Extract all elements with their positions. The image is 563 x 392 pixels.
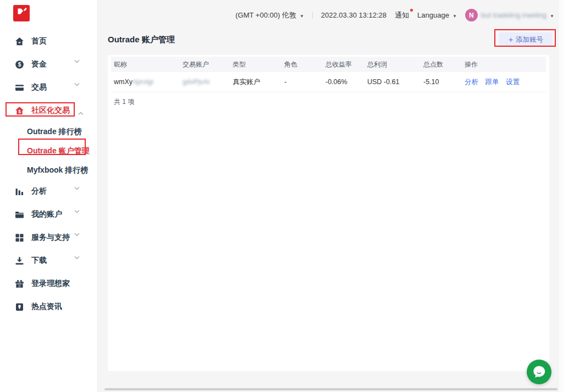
- funds-icon: $: [15, 60, 24, 69]
- notifications-button[interactable]: 通知: [395, 10, 409, 20]
- action-link-settings[interactable]: 设置: [506, 78, 520, 86]
- sidebar-item-funds[interactable]: $ 资金: [0, 53, 97, 76]
- sidebar-item-hot-news[interactable]: 热点资讯: [0, 295, 97, 318]
- cell-actions: 分析 跟单 设置: [465, 78, 546, 87]
- col-header-total-profit: 总利润: [367, 60, 423, 69]
- cell-type: 真实账户: [233, 78, 284, 87]
- app-logo-icon[interactable]: [13, 5, 30, 21]
- sidebar-item-analysis[interactable]: 分析: [0, 180, 97, 203]
- sidebar-item-label: 登录理想家: [31, 279, 70, 289]
- timezone-selector[interactable]: (GMT +00:00) 伦敦: [235, 10, 304, 20]
- caret-down-icon: [550, 11, 554, 19]
- caret-down-icon: [452, 11, 457, 19]
- news-pin-icon: [15, 302, 24, 312]
- account-redacted: gdvPjvAr: [183, 78, 210, 86]
- sidebar: 首页 $ 资金 交易 $ 社区化交易 Outrade 排行榜 Outrade 账…: [0, 0, 98, 392]
- user-menu[interactable]: N but tradeling irweling: [465, 9, 554, 21]
- cell-total-return: -0.06%: [325, 78, 367, 86]
- sidebar-item-label: 社区化交易: [31, 106, 70, 115]
- add-account-button-label: 添加账号: [516, 35, 543, 45]
- action-link-analysis[interactable]: 分析: [465, 78, 478, 86]
- col-header-role: 角色: [284, 60, 325, 69]
- sidebar-menu: 首页 $ 资金 交易 $ 社区化交易 Outrade 排行榜 Outrade 账…: [0, 30, 97, 318]
- sidebar-item-trade[interactable]: 交易: [0, 76, 97, 99]
- accounts-table-panel: 昵称 交易账户 类型 角色 总收益率 总利润 总点数 操作 wmXyrtprvl…: [108, 55, 549, 371]
- sidebar-item-login-lixiangjia[interactable]: 登录理想家: [0, 272, 97, 295]
- sidebar-item-community-trading[interactable]: $ 社区化交易: [0, 99, 97, 122]
- chevron-up-icon: [74, 106, 84, 115]
- datetime-text: 2022.03.30 13:12:28: [321, 11, 387, 19]
- community-submenu: Outrade 排行榜 Outrade 账户管理 Myfxbook 排行榜: [0, 122, 97, 180]
- home-icon: [15, 37, 24, 46]
- sidebar-item-download[interactable]: 下载: [0, 249, 97, 272]
- col-header-actions: 操作: [465, 60, 546, 69]
- chevron-down-icon: [74, 233, 84, 242]
- plus-icon: +: [509, 36, 513, 43]
- col-header-type: 类型: [233, 60, 284, 69]
- chat-bubble-icon: [532, 365, 547, 379]
- chevron-down-icon: [74, 187, 84, 196]
- chevron-down-icon: [74, 256, 84, 266]
- col-header-total-return: 总收益率: [325, 60, 367, 69]
- horizontal-scrollbar-thumb[interactable]: [104, 388, 558, 390]
- folder-icon: [15, 210, 24, 219]
- topbar-divider: [312, 12, 313, 19]
- table-header-row: 昵称 交易账户 类型 角色 总收益率 总利润 总点数 操作: [111, 57, 546, 72]
- avatar: N: [465, 9, 478, 21]
- cell-role: -: [284, 78, 325, 86]
- svg-text:$: $: [18, 108, 21, 114]
- vertical-scrollbar-track[interactable]: [558, 0, 563, 392]
- chevron-down-icon: [74, 83, 84, 92]
- trade-card-icon: [15, 83, 24, 92]
- sidebar-subitem-myfxbook-leaderboard[interactable]: Myfxbook 排行榜: [0, 161, 97, 180]
- topbar: (GMT +00:00) 伦敦 2022.03.30 13:12:28 通知 L…: [98, 0, 554, 30]
- sidebar-item-label: 服务与支持: [31, 233, 70, 242]
- sidebar-subitem-outrade-leaderboard[interactable]: Outrade 排行榜: [0, 122, 97, 141]
- sidebar-item-label: 交易: [31, 82, 47, 92]
- sidebar-subitem-label: Outrade 排行榜: [27, 127, 82, 137]
- table-row: wmXyrtprvlgr gdvPjvAr 真实账户 - -0.06% USD …: [111, 72, 546, 92]
- community-home-icon: $: [15, 106, 24, 115]
- timezone-label: (GMT +00:00) 伦敦: [235, 10, 296, 20]
- col-header-total-points: 总点数: [423, 60, 465, 69]
- bar-chart-icon: [15, 187, 24, 196]
- gift-icon: [15, 279, 24, 289]
- chevron-down-icon: [74, 210, 84, 219]
- language-selector[interactable]: Language: [417, 11, 457, 19]
- sidebar-item-label: 资金: [31, 59, 47, 69]
- sidebar-item-label: 首页: [31, 36, 47, 46]
- nickname-visible: wmXy: [114, 78, 133, 86]
- cell-account: gdvPjvAr: [183, 78, 233, 86]
- caret-down-icon: [300, 11, 304, 19]
- sidebar-item-label: 下载: [31, 256, 47, 266]
- svg-text:$: $: [18, 62, 21, 68]
- download-icon: [15, 256, 24, 266]
- sidebar-subitem-label: Myfxbook 排行榜: [27, 165, 88, 175]
- sidebar-subitem-label: Outrade 账户管理: [27, 146, 90, 156]
- sidebar-item-my-account[interactable]: 我的账户: [0, 203, 97, 226]
- cell-nickname: wmXyrtprvlgr: [114, 78, 183, 86]
- sidebar-subitem-outrade-account-management[interactable]: Outrade 账户管理: [0, 141, 97, 161]
- notification-dot-badge: [410, 9, 413, 12]
- sidebar-item-label: 分析: [31, 186, 47, 196]
- col-header-nickname: 昵称: [114, 60, 183, 69]
- live-chat-button[interactable]: [527, 360, 551, 384]
- action-link-copy-trade[interactable]: 跟单: [485, 78, 499, 86]
- sidebar-item-label: 热点资讯: [31, 302, 62, 312]
- add-account-button[interactable]: + 添加账号: [499, 32, 553, 47]
- page-title: Outrade 账户管理: [108, 35, 175, 45]
- sidebar-item-home[interactable]: 首页: [0, 30, 97, 53]
- sidebar-item-label: 我的账户: [31, 209, 62, 219]
- username-redacted: but tradeling irweling: [481, 11, 547, 19]
- datetime-display: 2022.03.30 13:12:28: [321, 11, 387, 19]
- grid-icon: [15, 233, 24, 242]
- notifications-label: 通知: [395, 10, 409, 20]
- cell-total-points: -5.10: [423, 78, 465, 86]
- table-total-count: 共 1 项: [108, 92, 549, 111]
- language-label: Language: [417, 11, 449, 19]
- col-header-account: 交易账户: [183, 60, 233, 69]
- cell-total-profit: USD -0.61: [367, 78, 423, 86]
- sidebar-item-services-support[interactable]: 服务与支持: [0, 226, 97, 249]
- nickname-redacted: rtprvlgr: [133, 78, 154, 86]
- chevron-down-icon: [74, 60, 84, 69]
